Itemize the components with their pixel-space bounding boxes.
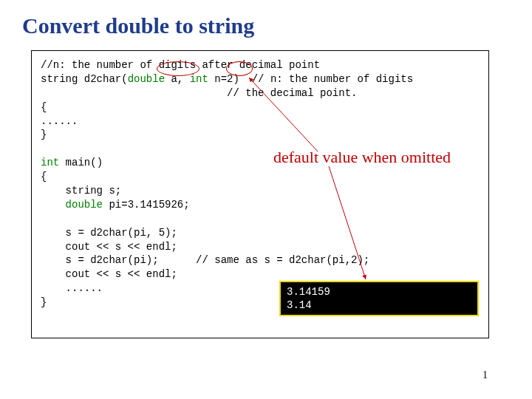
code-line: { — [41, 171, 47, 183]
code-line: string d2char( — [41, 73, 128, 85]
output-line: 3.14159 — [287, 286, 330, 298]
output-line: 3.14 — [287, 299, 312, 311]
code-line: ...... — [41, 282, 103, 294]
keyword: double — [66, 199, 103, 211]
code-line: } — [41, 296, 47, 308]
code-line: main() — [59, 157, 103, 168]
output-console: 3.14159 3.14 — [279, 281, 479, 316]
code-line: } — [41, 129, 47, 140]
code-line: { — [41, 101, 47, 113]
code-line: pi=3.1415926; — [103, 199, 190, 211]
code-line: s = d2char(pi); // same as s = d2char(pi… — [41, 254, 369, 266]
keyword: double — [128, 73, 165, 85]
code-line: cout << s << endl; — [41, 241, 177, 253]
keyword: int — [190, 73, 208, 85]
page-number: 1 — [482, 369, 488, 381]
slide-title: Convert double to string — [22, 13, 254, 38]
code-line: cout << s << endl; — [41, 268, 177, 280]
keyword: int — [41, 157, 59, 168]
highlight-oval-int — [226, 61, 253, 76]
code-line: string s; — [41, 185, 121, 197]
code-line: s = d2char(pi, 5); — [41, 227, 177, 239]
code-line: // the decimal point. — [41, 87, 357, 99]
annotation-text: default value when omitted — [273, 148, 451, 167]
code-line — [41, 199, 66, 211]
highlight-oval-double — [157, 61, 200, 76]
code-line: ...... — [41, 115, 78, 127]
